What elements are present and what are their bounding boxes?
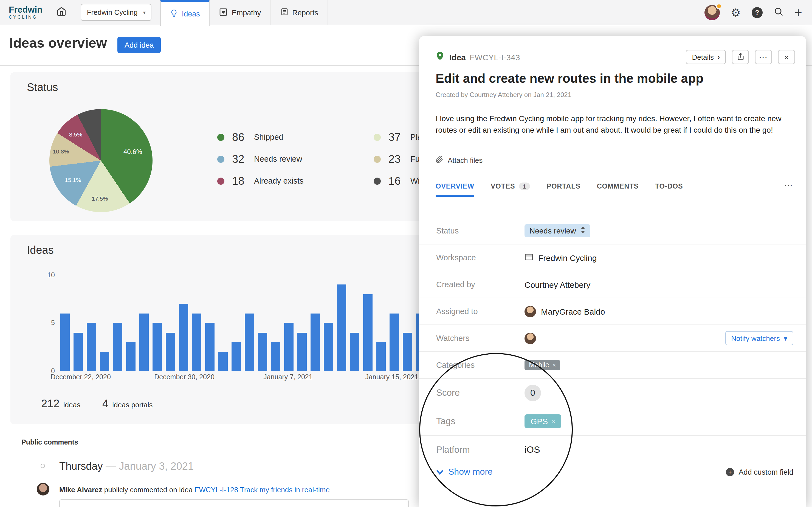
tab-empathy[interactable]: Empathy [210,0,271,25]
details-button[interactable]: Details › [686,50,726,64]
reports-icon [280,8,288,17]
status-pie: 40.6% 17.5% 15.1% 10.8% 8.5% [49,109,153,212]
bar [87,323,96,371]
remove-tag-icon[interactable]: × [553,362,556,368]
tab-portals-label: PORTALS [547,182,580,190]
bar [284,323,294,371]
watcher-avatar [524,332,536,344]
timeline-dot [41,464,45,468]
drawer-footer: Show more + Add custom field [436,467,793,477]
field-row-tags: Tags GPS × [419,407,806,436]
field-label: Created by [436,280,524,289]
bar [337,284,346,371]
add-custom-field-link[interactable]: + Add custom field [726,468,793,476]
comment-author: Mike Alvarez [59,486,102,494]
show-more-link[interactable]: Show more [436,467,493,477]
category-tag-label: Mobile [529,361,549,369]
y-axis-tick: 5 [38,319,55,327]
details-button-label: Details [692,53,714,61]
field-row-score: Score 0 [419,379,806,407]
bar [376,342,386,371]
workspace-dropdown[interactable]: Fredwin Cycling ▾ [81,4,152,21]
tab-comments-label: COMMENTS [597,182,639,190]
share-icon [737,52,744,62]
legend-item: 32 Needs review [217,151,304,167]
x-axis-tick: January 7, 2021 [263,373,312,381]
pie-percent-future: 10.8% [53,148,69,155]
date-rest: — January 3, 2021 [106,460,194,472]
pie-percent-needs-review: 15.1% [65,176,81,183]
bar [192,314,201,371]
status-select[interactable]: Needs review [524,224,590,237]
assignee-avatar [524,305,536,317]
remove-tag-icon[interactable]: × [552,418,555,425]
search-icon[interactable] [774,6,783,18]
field-label: Platform [436,445,524,455]
tab-overview-label: OVERVIEW [436,182,474,190]
brand-line1: Fredwin [9,5,43,14]
field-row-categories: Categories Mobile × [419,352,806,379]
legend-label: Already exists [254,176,304,185]
more-options-button[interactable]: ⋯ [755,50,772,64]
tab-todos[interactable]: TO-DOS [655,182,683,197]
commenter-avatar [37,483,49,496]
app-root: Fredwin CYCLING Fredwin Cycling ▾ Ideas [0,0,812,507]
bar [73,333,83,371]
drawer-tabs: OVERVIEW VOTES 1 PORTALS COMMENTS TO-DOS… [419,174,806,197]
bar [271,342,281,371]
help-icon[interactable]: ? [752,7,763,18]
idea-detail-drawer: Idea FWCYL-I-343 Details › ⋯ × [419,36,806,507]
field-label: Status [436,226,524,235]
y-axis-tick: 10 [38,271,55,279]
presence-dot [716,3,722,9]
field-label: Tags [436,416,524,427]
bar [297,333,307,371]
tabs-overflow-icon[interactable]: ⋯ [784,180,793,197]
comment-box-partial[interactable] [59,499,409,507]
add-icon[interactable]: + [795,6,802,19]
user-avatar[interactable] [705,5,720,20]
legend-value: 16 [389,175,407,187]
assigned-to-value: MaryGrace Baldo [541,307,605,316]
page-title: Ideas overview [9,35,107,51]
ideas-count: 212 [41,397,59,410]
bar [205,323,214,371]
add-custom-field-label: Add custom field [739,468,793,476]
home-button[interactable] [50,0,73,25]
attach-files-link[interactable]: Attach files [436,156,483,165]
tab-portals[interactable]: PORTALS [547,182,580,197]
legend-item: 18 Already exists [217,173,304,188]
pie-percent-shipped: 40.6% [123,148,142,156]
sort-updown-icon [580,226,586,235]
close-drawer-button[interactable]: × [778,50,795,64]
legend-value: 23 [389,153,407,165]
plus-circle-icon: + [726,468,734,476]
brand-logo[interactable]: Fredwin CYCLING [0,5,50,19]
legend-dot [374,133,381,140]
nav-tabs: Ideas Empathy Reports [160,0,328,25]
share-button[interactable] [732,50,749,64]
record-type-label: Idea [449,52,466,62]
field-row-assigned-to: Assigned to MaryGrace Baldo [419,298,806,325]
legend-value: 32 [232,153,251,165]
notify-watchers-button[interactable]: Notify watchers ▾ [725,331,793,345]
bar [258,333,267,371]
date-day: Thursday [59,460,103,472]
tag-pill[interactable]: GPS × [524,414,561,428]
tab-overview[interactable]: OVERVIEW [436,182,474,197]
legend-dot [374,177,381,184]
tab-comments[interactable]: COMMENTS [597,182,639,197]
bar [310,314,320,371]
tab-ideas[interactable]: Ideas [160,0,210,26]
chevron-down-icon [436,467,443,477]
comment-action: publicly commented on idea [102,486,195,494]
score-value[interactable]: 0 [524,385,541,401]
tab-votes[interactable]: VOTES 1 [491,182,530,197]
caret-down-icon: ▾ [143,10,146,15]
gear-icon[interactable]: ⚙ [731,7,741,18]
status-value: Needs review [529,226,576,235]
add-idea-button[interactable]: Add idea [117,37,161,53]
category-tag[interactable]: Mobile × [524,360,560,370]
tab-reports[interactable]: Reports [271,0,328,25]
comment-idea-link[interactable]: FWCYL-I-128 Track my friends in real-tim… [195,486,330,494]
